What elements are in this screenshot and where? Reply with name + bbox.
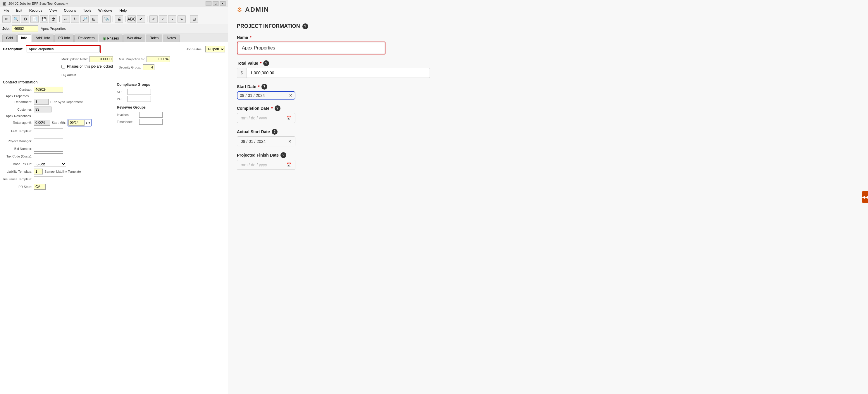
apex-residences-sub: Apex Residences bbox=[6, 114, 111, 118]
min-projection-input[interactable] bbox=[147, 56, 170, 62]
total-value-help[interactable]: ? bbox=[263, 60, 269, 66]
pm-input[interactable] bbox=[34, 138, 63, 144]
toolbar-sep-1 bbox=[59, 16, 60, 22]
close-button[interactable]: ✕ bbox=[220, 1, 225, 6]
projected-finish-help[interactable]: ? bbox=[280, 152, 286, 158]
tab-addl-info[interactable]: Add'l Info bbox=[32, 34, 54, 42]
name-input[interactable] bbox=[238, 43, 384, 53]
toolbar-first[interactable]: « bbox=[150, 15, 158, 23]
tab-phases[interactable]: ◉ Phases bbox=[99, 34, 123, 42]
menu-view[interactable]: View bbox=[48, 8, 58, 13]
tab-grid[interactable]: Grid bbox=[2, 34, 17, 42]
start-date-help[interactable]: ? bbox=[261, 84, 267, 90]
sl-input[interactable] bbox=[127, 89, 151, 95]
toolbar-spell[interactable]: ABC bbox=[127, 15, 136, 23]
phases-icon: ◉ bbox=[103, 36, 106, 41]
toolbar-last[interactable]: » bbox=[178, 15, 186, 23]
completion-date-help[interactable]: ? bbox=[275, 105, 280, 111]
start-mth-input[interactable] bbox=[68, 120, 85, 125]
job-number-input[interactable] bbox=[12, 25, 38, 32]
completion-date-input[interactable]: mm / dd / yyyy 📅 bbox=[237, 113, 296, 123]
total-value-label: Total Value * ? bbox=[237, 60, 859, 66]
reviewer-title: Reviewer Groups bbox=[117, 105, 225, 110]
department-input[interactable] bbox=[34, 99, 49, 105]
toolbar-search[interactable]: 🔎 bbox=[81, 15, 89, 23]
liability-input[interactable] bbox=[34, 169, 43, 174]
minimize-button[interactable]: — bbox=[206, 1, 212, 6]
actual-start-clear[interactable]: ✕ bbox=[288, 139, 291, 144]
liability-label: Liability Template: bbox=[3, 170, 32, 173]
toolbar-attach[interactable]: 📎 bbox=[102, 15, 111, 23]
start-date-clear[interactable]: ✕ bbox=[289, 93, 292, 98]
tab-workflow[interactable]: Workflow bbox=[123, 34, 145, 42]
tab-reviewers[interactable]: Reviewers bbox=[74, 34, 98, 42]
start-date-input-wrap[interactable]: 09 / 01 / 2024 ✕ bbox=[237, 91, 296, 100]
invoices-input[interactable] bbox=[139, 112, 163, 118]
maximize-button[interactable]: □ bbox=[213, 1, 218, 6]
invoices-row: Invoices: bbox=[117, 112, 225, 118]
menu-tools[interactable]: Tools bbox=[82, 8, 92, 13]
job-status-select[interactable]: 1-Open bbox=[205, 46, 225, 52]
total-value-input[interactable] bbox=[247, 68, 430, 78]
toolbar-table[interactable]: ⊟ bbox=[190, 15, 198, 23]
toolbar-grid[interactable]: ⊞ bbox=[90, 15, 98, 23]
completion-date-calendar-icon[interactable]: 📅 bbox=[287, 116, 291, 120]
toolbar-print[interactable]: 🖨 bbox=[115, 15, 123, 23]
customer-input[interactable] bbox=[34, 107, 52, 112]
project-info-header: PROJECT INFORMATION ? bbox=[237, 23, 859, 29]
left-column: Contract Information Contract: Apex Prop… bbox=[3, 80, 111, 192]
phases-locked-checkbox[interactable] bbox=[61, 65, 65, 68]
pr-state-input[interactable] bbox=[34, 184, 45, 190]
toolbar-prev[interactable]: ‹ bbox=[159, 15, 167, 23]
toolbar-delete[interactable]: 🗑 bbox=[49, 15, 57, 23]
po-label: PO: bbox=[117, 97, 126, 101]
description-input[interactable] bbox=[27, 46, 100, 52]
tm-template-input[interactable] bbox=[34, 128, 63, 134]
security-group-input[interactable] bbox=[143, 64, 154, 70]
menu-help[interactable]: Help bbox=[119, 8, 128, 13]
retainage-input[interactable] bbox=[34, 120, 50, 125]
menu-windows[interactable]: Windows bbox=[97, 8, 114, 13]
actual-start-input-wrap[interactable]: 09 / 01 / 2024 ✕ bbox=[237, 136, 296, 146]
start-date-display: 09 / 01 / 2024 bbox=[240, 93, 287, 98]
markup-rate-input[interactable] bbox=[90, 56, 113, 62]
actual-start-help[interactable]: ? bbox=[272, 129, 278, 135]
toolbar-sep-6 bbox=[188, 16, 188, 22]
toolbar-refresh[interactable]: ↻ bbox=[71, 15, 79, 23]
tab-notes[interactable]: Notes bbox=[163, 34, 180, 42]
base-tax-row: Base Tax On: J-Job bbox=[3, 161, 111, 167]
toolbar-sep-3 bbox=[113, 16, 113, 22]
menu-options[interactable]: Options bbox=[63, 8, 77, 13]
timesheet-input[interactable] bbox=[139, 119, 163, 125]
bid-input[interactable] bbox=[34, 146, 63, 151]
projected-finish-calendar-icon[interactable]: 📅 bbox=[287, 163, 291, 167]
project-info-help[interactable]: ? bbox=[302, 23, 308, 29]
tab-info[interactable]: Info bbox=[17, 34, 31, 42]
po-input[interactable] bbox=[127, 96, 151, 102]
projected-finish-input[interactable]: mm / dd / yyyy 📅 bbox=[237, 160, 296, 170]
start-mth-spin[interactable]: ▲▼ bbox=[85, 121, 91, 124]
toolbar-pencil[interactable]: ✏ bbox=[2, 15, 10, 23]
menu-records[interactable]: Records bbox=[28, 8, 43, 13]
completion-date-placeholder: mm / dd / yyyy bbox=[241, 116, 284, 120]
toolbar-gear[interactable]: ⚙ bbox=[21, 15, 29, 23]
insurance-input[interactable] bbox=[34, 176, 63, 182]
retainage-label: Retainage %: bbox=[3, 121, 32, 124]
tab-roles[interactable]: Roles bbox=[146, 34, 163, 42]
tax-code-input[interactable] bbox=[34, 153, 63, 159]
collapse-panel-button[interactable]: ◀◀ bbox=[862, 191, 868, 203]
timesheet-row: Timesheet: bbox=[117, 119, 225, 125]
tab-pr-info[interactable]: PR Info bbox=[54, 34, 74, 42]
toolbar-check[interactable]: ✔ bbox=[137, 15, 145, 23]
toolbar-undo[interactable]: ↩ bbox=[62, 15, 70, 23]
menu-edit[interactable]: Edit bbox=[15, 8, 23, 13]
start-mth-inner: ▲▼ bbox=[68, 120, 91, 125]
toolbar-binoculars[interactable]: 🔍 bbox=[12, 15, 20, 23]
toolbar-doc[interactable]: 📄 bbox=[30, 15, 39, 23]
actual-start-display: 09 / 01 / 2024 bbox=[241, 139, 286, 144]
menu-file[interactable]: File bbox=[2, 8, 10, 13]
toolbar-next[interactable]: › bbox=[168, 15, 176, 23]
base-tax-select[interactable]: J-Job bbox=[34, 161, 66, 167]
toolbar-save[interactable]: 💾 bbox=[40, 15, 48, 23]
contract-input[interactable] bbox=[34, 87, 63, 92]
